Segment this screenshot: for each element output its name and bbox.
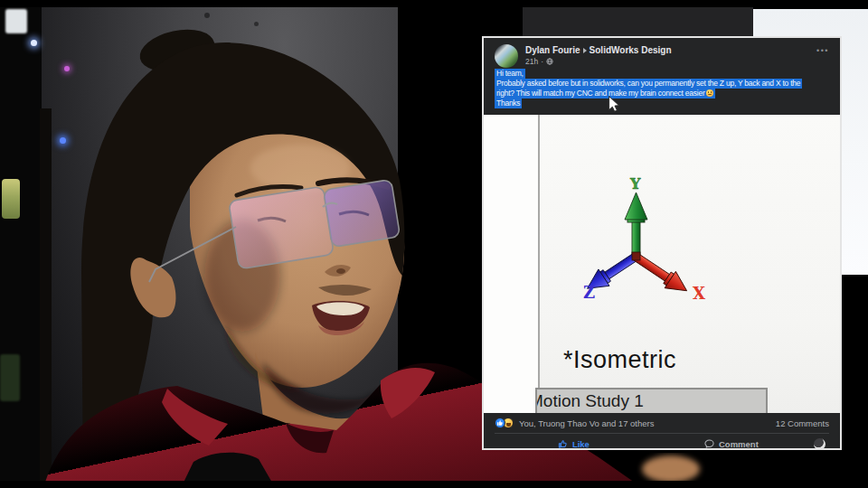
like-reaction-icon xyxy=(495,418,505,428)
reaction-icons[interactable] xyxy=(495,418,514,428)
axis-z-label: Z xyxy=(583,283,595,302)
reactions-row: You, Truong Thao Vo and 17 others 12 Com… xyxy=(484,415,840,431)
post-text-line: right? This will match my CNC and make m… xyxy=(495,89,715,99)
timestamp[interactable]: 21h xyxy=(525,57,538,66)
post-header: Dylan FourieSolidWorks Design 21h · ••• xyxy=(484,38,840,68)
comment-bubble-icon xyxy=(704,439,714,449)
axis-y-label: Y xyxy=(629,175,641,192)
thumbs-up-icon xyxy=(558,439,568,449)
actions-row: Like Comment xyxy=(484,434,840,454)
author-link[interactable]: Dylan Fourie xyxy=(525,45,580,55)
letterbox-bar xyxy=(0,0,868,7)
post-meta: 21h · xyxy=(525,57,553,66)
comment-button[interactable]: Comment xyxy=(656,439,807,449)
post-text-line: Hi team, xyxy=(495,69,525,79)
avatar[interactable] xyxy=(495,44,518,68)
post-image-solidworks[interactable]: Y Z X *Isometric Motion Stu xyxy=(484,115,840,413)
reactions-summary[interactable]: You, Truong Thao Vo and 17 others xyxy=(519,418,776,428)
video-frame: Dylan FourieSolidWorks Design 21h · ••• … xyxy=(0,0,868,488)
view-orientation-label: *Isometric xyxy=(563,346,676,374)
motion-study-tab: Motion Study 1 xyxy=(535,388,768,413)
nostril xyxy=(336,268,345,274)
globe-icon xyxy=(546,58,553,65)
facebook-post: Dylan FourieSolidWorks Design 21h · ••• … xyxy=(482,36,842,450)
chevron-right-icon xyxy=(583,48,587,53)
group-link[interactable]: SolidWorks Design xyxy=(590,45,672,55)
post-text-line: Probably asked before but in solidworks,… xyxy=(495,79,802,89)
forehead-highlight xyxy=(250,145,350,192)
meta-dot: · xyxy=(541,57,543,66)
hand-blur xyxy=(642,455,700,483)
triad-origin xyxy=(632,252,640,260)
axis-x-label: X xyxy=(693,284,705,303)
post-text-line: Thanks xyxy=(495,99,522,108)
more-options-button[interactable]: ••• xyxy=(816,46,829,55)
post-byline: Dylan FourieSolidWorks Design xyxy=(525,45,672,55)
letterbox-bar xyxy=(0,481,868,488)
profile-circle-icon[interactable] xyxy=(814,438,826,450)
comments-count[interactable]: 12 Comments xyxy=(776,418,829,428)
smiley-emoji xyxy=(706,89,713,97)
like-button[interactable]: Like xyxy=(491,439,656,449)
mouse-cursor xyxy=(608,96,620,112)
post-text: Hi team, Probably asked before but in so… xyxy=(484,68,840,115)
